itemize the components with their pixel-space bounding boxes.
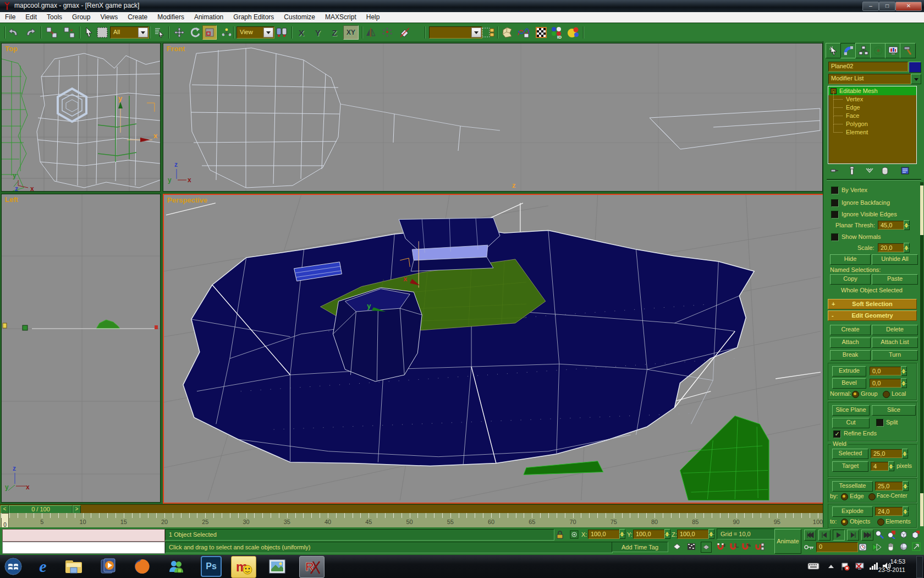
tray-expand-icon[interactable] [828,562,834,570]
percent-snap-icon[interactable]: % [741,542,751,552]
go-to-start-button[interactable] [804,530,816,541]
network-signal-icon[interactable] [869,562,879,570]
object-name-field[interactable]: Plane02 [828,62,908,72]
dropdown-arrow-icon[interactable] [471,28,481,37]
shaded-view-icon[interactable] [672,542,682,552]
taskbar-firefox-icon[interactable] [130,556,154,577]
close-button[interactable]: ✕ [895,2,922,11]
redo-icon[interactable] [24,26,37,39]
weld-target-spinner[interactable] [888,461,894,471]
by-face-center-radio[interactable] [868,493,876,500]
taskbar-renx-icon[interactable]: R [299,556,324,578]
undo-icon[interactable] [7,26,20,39]
refine-ends-checkbox[interactable]: ✓ [833,430,841,438]
taskbar-media-player-icon[interactable] [96,556,120,577]
split-checkbox[interactable] [876,419,884,427]
weld-target-button[interactable]: Target [832,461,868,472]
viewport-front-label[interactable]: Front [167,45,185,53]
play-button[interactable] [833,530,845,541]
viewport-perspective-label[interactable]: Perspective [167,196,207,204]
extrude-button[interactable]: Extrude [832,366,866,377]
paste-button[interactable]: Paste [872,274,918,285]
slice-button[interactable]: Slice [872,405,916,416]
explode-button[interactable]: Explode [832,506,873,517]
z-coord-spinner[interactable] [708,529,714,538]
y-coord-spinner[interactable] [664,529,670,538]
scale-field[interactable]: 20,0 [878,243,904,252]
pin-stack-button[interactable] [828,165,841,176]
taskbar-photoshop-icon[interactable]: Ps [199,556,223,577]
create-button[interactable]: Create [830,325,871,335]
to-elements-radio[interactable] [877,519,884,526]
time-configuration-icon[interactable] [858,542,868,552]
soft-selection-rollout[interactable]: +Soft Selection [828,299,917,309]
tab-display[interactable] [885,43,901,58]
bevel-spinner[interactable] [901,378,907,388]
tessellate-field[interactable]: 25,0 [875,482,904,490]
break-button[interactable]: Break [830,350,871,361]
panel-scrollbar-thumb[interactable] [920,186,923,235]
scale-spinner[interactable] [904,243,910,252]
timeline-thumb[interactable]: 0 [1,513,9,528]
degradation-override-icon[interactable] [701,542,712,553]
planar-thresh-spinner[interactable] [904,220,910,230]
select-object-icon[interactable] [82,26,96,39]
normal-group-radio[interactable] [852,391,859,398]
bevel-field[interactable]: 0,0 [870,379,901,388]
modifier-list-dropdown[interactable]: Modifier List [828,74,913,84]
taskbar-photo-viewer-icon[interactable] [265,556,289,577]
current-frame-field[interactable]: 0 [816,542,858,552]
spinner-snap-icon[interactable] [755,542,765,552]
select-and-manipulate-icon[interactable] [220,26,233,39]
taskbar-ie-icon[interactable]: e [31,556,55,577]
viewport-perspective[interactable]: Perspective [163,194,824,504]
restore-button[interactable]: □ [879,2,895,11]
menu-item-file[interactable]: File [0,12,20,22]
select-and-link-icon[interactable] [45,26,58,39]
x-coord-field[interactable]: 100,0 [588,530,621,539]
menu-item-modifiers[interactable]: Modifiers [152,12,189,22]
restrict-xy-plane-button[interactable]: XY [343,25,359,40]
stack-item-element[interactable]: Element [828,128,916,137]
reference-coordinate-dropdown[interactable]: View [237,26,274,39]
menu-item-maxscript[interactable]: MAXScript [320,12,361,22]
extrude-field[interactable]: 0,0 [870,367,901,375]
tab-hierarchy[interactable] [855,43,871,58]
zoom-icon[interactable] [875,530,884,539]
taskbar-explorer-icon[interactable] [62,556,86,577]
z-coord-field[interactable]: 100,0 [677,530,710,539]
go-to-end-button[interactable] [861,530,873,541]
menu-item-graph-editors[interactable]: Graph Editors [228,12,279,22]
x-coord-spinner[interactable] [619,529,625,538]
viewport-left-label[interactable]: Left [5,195,18,204]
by-vertex-checkbox[interactable] [831,187,839,194]
tessellate-button[interactable]: Tessellate [832,481,873,492]
selection-filter-dropdown[interactable]: All [110,26,149,39]
ignore-backfacing-checkbox[interactable] [831,199,839,207]
menu-item-animation[interactable]: Animation [189,12,228,22]
schematic-view-icon[interactable] [517,26,530,39]
configure-button-sets-button[interactable] [898,165,911,176]
to-objects-radio[interactable] [841,519,848,526]
menu-item-create[interactable]: Create [123,12,152,22]
select-and-rotate-icon[interactable] [189,26,202,39]
slice-plane-button[interactable]: Slice Plane [832,405,870,416]
dropdown-arrow-icon[interactable] [263,28,273,37]
taskbar-messenger-icon[interactable] [164,556,188,577]
panel-scrollbar[interactable] [920,182,923,526]
show-desktop-button[interactable] [916,556,923,578]
unhide-all-button[interactable]: Unhide All [872,254,918,265]
unlink-icon[interactable] [63,26,76,39]
tessellate-spinner[interactable] [903,481,909,490]
normal-local-radio[interactable] [883,391,890,398]
keyboard-layout-icon[interactable] [807,562,820,570]
copy-button[interactable]: Copy [830,274,871,285]
quick-render-icon[interactable] [566,26,580,39]
maxscript-mini-listener-pink[interactable] [2,529,165,542]
tab-modify[interactable] [840,43,856,58]
use-pivot-point-icon[interactable] [275,26,288,39]
select-and-move-icon[interactable] [173,26,186,39]
action-center-icon[interactable] [840,562,850,571]
arc-rotate-icon[interactable] [899,542,909,552]
weld-target-field[interactable]: 4 [871,462,889,471]
